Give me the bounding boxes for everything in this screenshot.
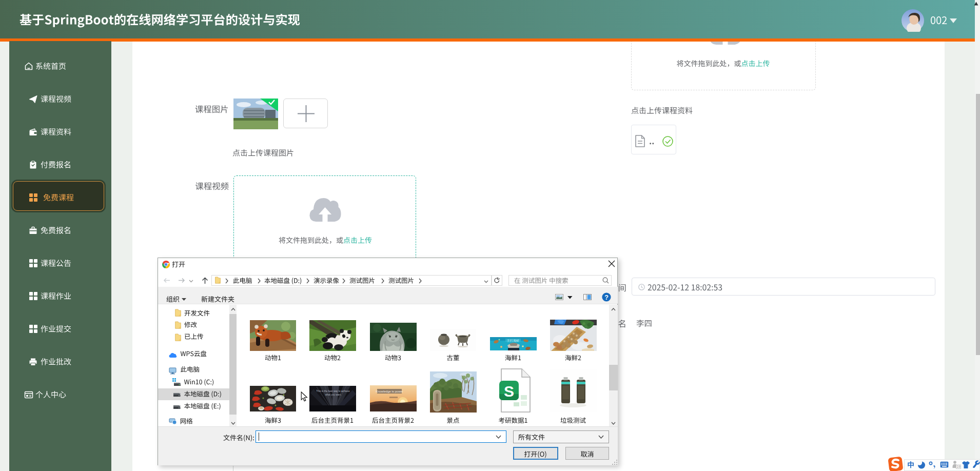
svg-text:?: ? bbox=[604, 294, 609, 301]
svg-text:This is the best way to achiev: This is the best way to achieve bbox=[316, 390, 350, 392]
svg-text:what you want: what you want bbox=[325, 394, 341, 396]
svg-text:主打海鲜: 主打海鲜 bbox=[507, 339, 519, 343]
svg-text:19: 19 bbox=[956, 465, 961, 468]
svg-text:Knowledge is power: Knowledge is power bbox=[376, 390, 403, 393]
svg-text:S: S bbox=[504, 383, 514, 400]
